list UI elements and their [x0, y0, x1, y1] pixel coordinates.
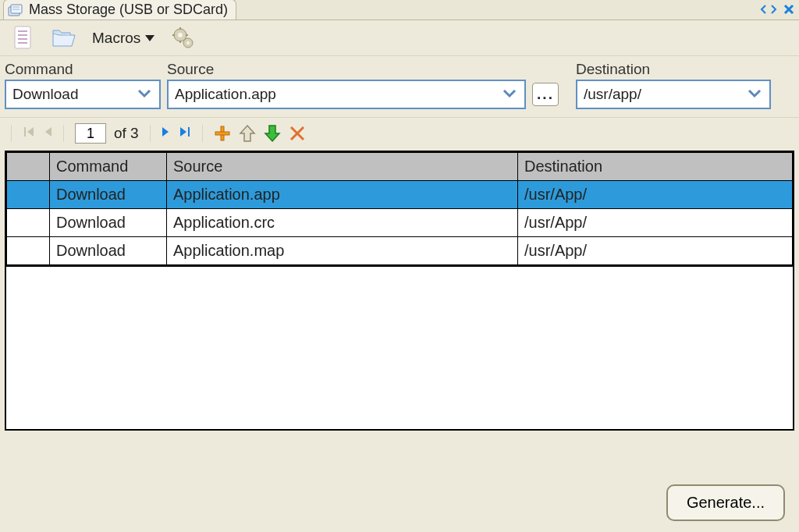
- toolbar: Macros: [0, 20, 799, 56]
- cell-destination: /usr/App/: [518, 181, 793, 209]
- chevron-down-icon: [501, 86, 518, 103]
- svg-marker-20: [27, 127, 34, 137]
- rows-table: Command Source Destination DownloadAppli…: [5, 151, 794, 267]
- generate-button[interactable]: Generate...: [666, 484, 785, 521]
- cell-source: Application.crc: [167, 209, 518, 237]
- cell-source: Application.app: [167, 181, 518, 209]
- settings-button[interactable]: [165, 22, 201, 55]
- command-select[interactable]: Download: [5, 80, 161, 109]
- macros-button[interactable]: Macros: [86, 22, 161, 55]
- svg-marker-27: [240, 126, 254, 141]
- destination-label: Destination: [576, 61, 771, 78]
- header-select: [7, 153, 50, 181]
- last-page-icon[interactable]: [179, 125, 191, 142]
- row-selector[interactable]: [7, 181, 50, 209]
- svg-rect-6: [15, 27, 30, 48]
- page-total: of 3: [114, 125, 139, 142]
- next-page-icon[interactable]: [162, 125, 171, 142]
- page-number-input[interactable]: [75, 123, 106, 144]
- table-row[interactable]: DownloadApplication.crc/usr/App/: [7, 209, 793, 237]
- add-row-button[interactable]: [214, 125, 231, 142]
- prev-page-icon: [43, 125, 52, 142]
- svg-marker-23: [180, 127, 186, 137]
- cell-destination: /usr/App/: [518, 237, 793, 265]
- command-value: Download: [12, 86, 79, 103]
- browse-button[interactable]: ...: [532, 83, 559, 106]
- document-stack-icon: [7, 3, 24, 17]
- destination-value: /usr/app/: [584, 86, 641, 103]
- header-source: Source: [167, 153, 518, 181]
- tab-title: Mass Storage (USB or SDCard): [29, 2, 228, 18]
- header-command: Command: [50, 153, 167, 181]
- new-file-button[interactable]: [5, 22, 41, 55]
- destination-select[interactable]: /usr/app/: [576, 80, 771, 109]
- source-select[interactable]: Application.app: [167, 80, 526, 109]
- svg-marker-22: [162, 127, 169, 137]
- browse-label: ...: [537, 86, 554, 103]
- open-folder-button[interactable]: [45, 22, 81, 55]
- tab-mass-storage[interactable]: Mass Storage (USB or SDCard): [3, 0, 236, 20]
- delete-row-button[interactable]: [289, 125, 306, 142]
- row-selector[interactable]: [7, 237, 50, 265]
- move-down-button[interactable]: [264, 124, 281, 143]
- cell-destination: /usr/App/: [518, 209, 793, 237]
- source-label: Source: [167, 61, 526, 78]
- chevron-down-icon: [136, 86, 153, 103]
- chevron-down-icon: [145, 35, 154, 41]
- cell-command: Download: [50, 237, 167, 265]
- chevron-down-icon: [746, 86, 763, 103]
- cell-source: Application.map: [167, 237, 518, 265]
- table-row[interactable]: DownloadApplication.map/usr/App/: [7, 237, 793, 265]
- macros-label: Macros: [92, 30, 140, 47]
- cell-command: Download: [50, 209, 167, 237]
- svg-marker-21: [45, 127, 51, 137]
- row-selector[interactable]: [7, 209, 50, 237]
- header-destination: Destination: [518, 153, 793, 181]
- nav-arrows-icon[interactable]: [760, 2, 777, 19]
- close-icon[interactable]: [783, 2, 794, 19]
- svg-rect-26: [215, 132, 229, 135]
- cell-command: Download: [50, 181, 167, 209]
- table-row[interactable]: DownloadApplication.app/usr/App/: [7, 181, 793, 209]
- first-page-icon: [23, 125, 35, 142]
- command-label: Command: [5, 61, 161, 78]
- move-up-button[interactable]: [239, 124, 256, 143]
- svg-point-14: [186, 41, 190, 44]
- svg-point-12: [178, 33, 183, 37]
- svg-marker-28: [265, 126, 279, 141]
- source-value: Application.app: [175, 86, 276, 103]
- table-empty-area: [5, 267, 794, 431]
